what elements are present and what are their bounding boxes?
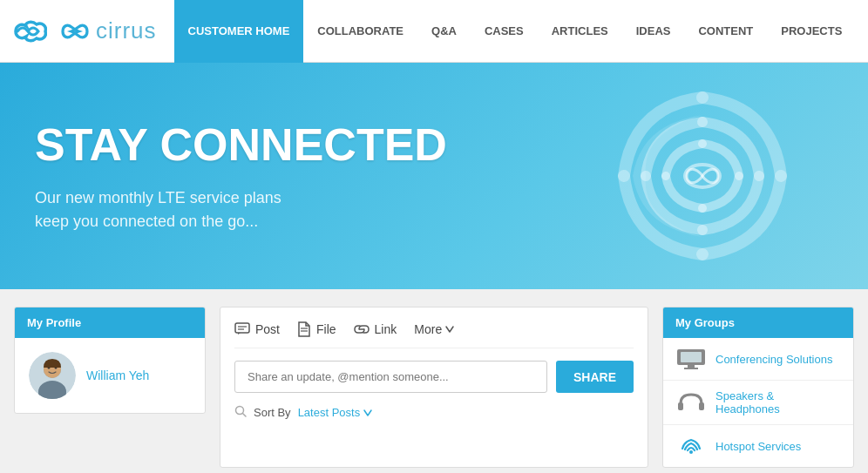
sidebar-left: My Profile xyxy=(14,307,206,468)
post-input-row: SHARE xyxy=(234,361,634,393)
banner-graphic xyxy=(589,89,816,263)
conferencing-icon xyxy=(675,347,707,371)
headphones-svg xyxy=(675,391,707,414)
sort-value[interactable]: Latest Posts xyxy=(298,406,361,419)
nav-ideas[interactable]: IDEAS xyxy=(622,0,685,63)
group-name-hotspot: Hotspot Services xyxy=(715,440,801,453)
svg-line-15 xyxy=(243,414,247,417)
avatar xyxy=(29,352,76,399)
main-feed: Post File Link xyxy=(220,307,648,468)
group-name-headphones: Speakers & Headphones xyxy=(715,389,841,416)
nav-articles[interactable]: ARTICLES xyxy=(538,0,622,63)
sort-select[interactable]: Latest Posts xyxy=(298,406,373,419)
nav-customer-home[interactable]: CUSTOMER HOME xyxy=(174,0,304,63)
link-icon xyxy=(354,325,370,334)
nav-collaborate[interactable]: COLLABORATE xyxy=(303,0,417,63)
wifi-graphic xyxy=(589,89,816,263)
hotspot-icon xyxy=(675,434,707,458)
banner-text: STAY CONNECTED Our new monthly LTE servi… xyxy=(35,118,447,233)
header: cirrus CUSTOMER HOME COLLABORATE Q&A CAS… xyxy=(0,0,868,63)
file-icon xyxy=(297,321,311,337)
svg-rect-19 xyxy=(684,368,698,369)
svg-rect-21 xyxy=(699,402,704,410)
more-button[interactable]: More xyxy=(414,322,454,336)
svg-rect-20 xyxy=(678,402,683,410)
profile-body: William Yeh xyxy=(15,338,205,413)
search-icon-svg xyxy=(234,405,247,417)
logo: cirrus xyxy=(9,17,157,44)
groups-panel: My Groups Conferencing Solutions xyxy=(662,307,854,468)
nav-qa[interactable]: Q&A xyxy=(417,0,471,63)
banner-subtitle: Our new monthly LTE service plans keep y… xyxy=(35,186,447,233)
group-item-hotspot[interactable]: Hotspot Services xyxy=(663,425,853,467)
svg-rect-17 xyxy=(681,352,702,362)
sort-label: Sort By xyxy=(254,406,291,419)
user-name[interactable]: William Yeh xyxy=(86,368,149,382)
sort-row: Sort By Latest Posts xyxy=(234,405,634,420)
profile-panel-header: My Profile xyxy=(15,307,205,338)
profile-panel: My Profile xyxy=(14,307,206,414)
svg-point-22 xyxy=(689,450,693,454)
group-item-headphones[interactable]: Speakers & Headphones xyxy=(663,381,853,425)
post-icon xyxy=(234,322,250,336)
nav-projects[interactable]: PROJECTS xyxy=(767,0,856,63)
banner-title: STAY CONNECTED xyxy=(35,118,447,171)
group-name-conferencing: Conferencing Solutions xyxy=(715,353,832,366)
cirrus-logo-icon xyxy=(9,19,47,44)
main-nav: CUSTOMER HOME COLLABORATE Q&A CASES ARTI… xyxy=(174,0,857,62)
post-actions-bar: Post File Link xyxy=(234,321,634,348)
conferencing-svg xyxy=(675,348,707,370)
sidebar-right: My Groups Conferencing Solutions xyxy=(662,307,854,468)
nav-cases[interactable]: CASES xyxy=(471,0,538,63)
content-area: My Profile xyxy=(0,289,868,473)
svg-rect-8 xyxy=(235,323,249,333)
group-item-conferencing[interactable]: Conferencing Solutions xyxy=(663,338,853,381)
sort-chevron-icon xyxy=(363,409,372,416)
file-button[interactable]: File xyxy=(297,321,336,337)
nav-content[interactable]: CONTENT xyxy=(684,0,767,63)
svg-rect-18 xyxy=(688,365,695,368)
search-icon xyxy=(234,405,247,420)
post-button[interactable]: Post xyxy=(234,322,280,336)
hotspot-svg xyxy=(675,435,707,457)
post-input[interactable] xyxy=(234,361,547,393)
link-button[interactable]: Link xyxy=(354,322,397,336)
share-button[interactable]: SHARE xyxy=(556,361,634,393)
logo-text: cirrus xyxy=(96,17,157,44)
cirrus-infinity-icon xyxy=(54,19,96,44)
avatar-image xyxy=(29,352,76,399)
chevron-down-icon xyxy=(445,326,454,333)
hero-banner: STAY CONNECTED Our new monthly LTE servi… xyxy=(0,63,868,289)
groups-panel-header: My Groups xyxy=(663,307,853,338)
headphones-icon xyxy=(675,390,707,415)
